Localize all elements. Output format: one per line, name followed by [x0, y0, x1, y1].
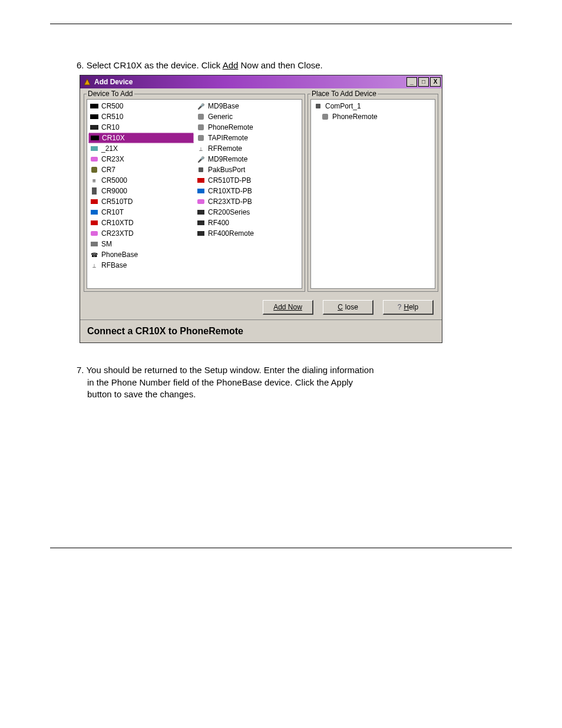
step-6-text-pre: Select CR10X as the device. Click [87, 60, 223, 70]
device-icon [320, 113, 330, 120]
add-now-button[interactable]: Add Now [263, 300, 313, 315]
device-rf400remote[interactable]: RF400Remote [195, 228, 300, 239]
device-cr10[interactable]: CR10 [88, 122, 194, 133]
minimize-button[interactable]: _ [406, 77, 417, 87]
list-item-label: TAPIRemote [208, 134, 248, 142]
place-comport_1[interactable]: ComPort_1 [312, 101, 434, 111]
device-cr23xtd-pb[interactable]: CR23XTD-PB [195, 196, 300, 207]
device-cr510td-pb[interactable]: CR510TD-PB [195, 175, 300, 186]
step-7: 7. You should be returned to the Setup w… [77, 364, 509, 400]
list-item-label: Generic [208, 113, 233, 121]
device-icon [90, 156, 99, 163]
device-icon [196, 230, 206, 237]
device-icon [90, 209, 99, 216]
device-icon: ☎ [90, 251, 99, 258]
device-cr10xtd-pb[interactable]: CR10XTD-PB [195, 186, 300, 196]
device-icon [196, 177, 206, 184]
list-item-label: CR5000 [101, 176, 127, 185]
step-7-number: 7. [77, 365, 84, 375]
list-item-label: _21X [101, 144, 118, 153]
device-cr23x[interactable]: CR23X [88, 154, 194, 164]
step-6-text-post: Now and then Close. [238, 60, 322, 70]
maximize-button[interactable]: □ [418, 77, 429, 87]
device-tapiremote[interactable]: TAPIRemote [195, 133, 300, 143]
list-item-label: CR9000 [101, 187, 127, 195]
device-icon: ⟂ [196, 145, 206, 152]
list-item-label: PhoneRemote [208, 123, 253, 131]
step-7-line2: in the Phone Number field of the PhoneBa… [87, 377, 353, 388]
device-to-add-list[interactable]: CR500CR510CR10CR10X_21XCR23XCR7≡CR5000CR… [87, 99, 302, 289]
help-icon: ? [398, 303, 402, 311]
device-icon [90, 145, 99, 152]
app-icon [82, 77, 92, 87]
device-md9base[interactable]: 🎤MD9Base [195, 101, 300, 111]
close-window-button[interactable]: X [430, 77, 441, 87]
device-icon [196, 198, 206, 205]
list-item-label: CR10 [101, 123, 120, 131]
device-icon [90, 230, 99, 237]
close-label-u: C [338, 303, 343, 311]
device-rf400[interactable]: RF400 [195, 218, 300, 228]
device-icon [90, 113, 99, 120]
list-item-label: CR510TD [101, 197, 133, 206]
place-to-add-device-label: Place To Add Device [310, 90, 378, 98]
list-item-label: CR7 [101, 166, 115, 174]
device-icon [196, 124, 206, 131]
device-cr10x[interactable]: CR10X [88, 133, 194, 143]
device-cr10xtd[interactable]: CR10XTD [88, 218, 194, 228]
step-6: 6. Select CR10X as the device. Click Add… [77, 60, 509, 71]
device-icon: 🎤 [196, 103, 206, 110]
device-to-add-group: Device To Add CR500CR510CR10CR10X_21XCR2… [84, 90, 305, 292]
device-icon [196, 219, 206, 226]
list-item-label: CR10T [101, 208, 124, 216]
titlebar[interactable]: Add Device _ □ X [80, 75, 442, 88]
window-title: Add Device [94, 78, 406, 86]
list-item-label: PakBusPort [208, 166, 245, 174]
device-cr500[interactable]: CR500 [88, 101, 194, 111]
device-rfbase[interactable]: ⟂RFBase [88, 260, 194, 271]
list-item-label: CR10XTD [101, 219, 134, 227]
device-cr510td[interactable]: CR510TD [88, 196, 194, 207]
help-button[interactable]: ? Help [383, 300, 434, 315]
device-icon [196, 209, 206, 216]
list-item-label: MD9Base [208, 102, 239, 110]
device-cr200series[interactable]: CR200Series [195, 207, 300, 218]
device-cr5000[interactable]: ≡CR5000 [88, 175, 194, 186]
device-_21x[interactable]: _21X [88, 143, 194, 154]
device-cr510[interactable]: CR510 [88, 111, 194, 122]
device-sm[interactable]: SM [88, 239, 194, 249]
device-cr10t[interactable]: CR10T [88, 207, 194, 218]
list-item-label: RF400Remote [208, 229, 254, 238]
list-item-label: CR23XTD-PB [208, 197, 252, 206]
step-6-link: Add [223, 60, 239, 70]
device-cr7[interactable]: CR7 [88, 164, 194, 175]
device-rfremote[interactable]: ⟂RFRemote [195, 143, 300, 154]
list-item-label: RFBase [101, 261, 127, 269]
list-item-label: CR200Series [208, 208, 250, 216]
device-phonebase[interactable]: ☎PhoneBase [88, 249, 194, 260]
add-now-label: Add Now [273, 303, 302, 311]
device-icon [196, 187, 206, 195]
device-cr9000[interactable]: CR9000 [88, 186, 194, 196]
device-md9remote[interactable]: 🎤MD9Remote [195, 154, 300, 164]
list-item-label: CR510 [101, 113, 123, 121]
device-to-add-label: Device To Add [87, 90, 134, 98]
device-icon [90, 219, 99, 226]
device-icon [90, 103, 99, 110]
place-phoneremote[interactable]: PhoneRemote [312, 111, 434, 122]
list-item-label: PhoneRemote [332, 113, 378, 121]
device-icon [90, 198, 99, 205]
list-item-label: ComPort_1 [325, 102, 361, 110]
help-label-rest: elp [409, 303, 418, 311]
list-item-label: CR500 [101, 102, 123, 110]
device-phoneremote[interactable]: PhoneRemote [195, 122, 300, 133]
device-pakbusport[interactable]: PakBusPort [195, 164, 300, 175]
place-to-add-list[interactable]: ComPort_1PhoneRemote [310, 99, 435, 289]
device-generic[interactable]: Generic [195, 111, 300, 122]
close-button[interactable]: Close [323, 300, 373, 315]
device-icon [90, 134, 100, 141]
device-cr23xtd[interactable]: CR23XTD [88, 228, 194, 239]
device-icon [313, 103, 323, 110]
statusbar: Connect a CR10X to PhoneRemote [80, 319, 442, 342]
list-item-label: CR23X [101, 155, 124, 163]
